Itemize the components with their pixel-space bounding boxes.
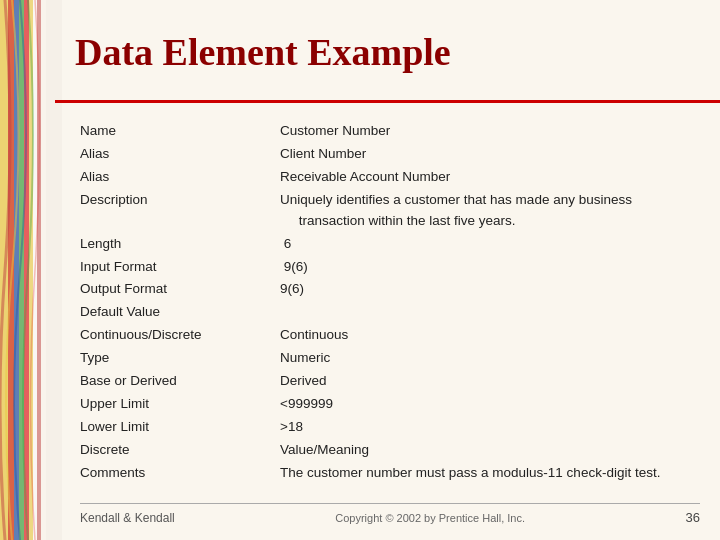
field-label: Alias	[80, 166, 280, 189]
field-value: >18	[280, 416, 700, 439]
field-label: Length	[80, 233, 280, 256]
field-value: 9(6)	[280, 256, 700, 279]
footer-copyright: Copyright © 2002 by Prentice Hall, Inc.	[335, 512, 525, 524]
field-value: Client Number	[280, 143, 700, 166]
field-label: Description	[80, 189, 280, 233]
field-label: Base or Derived	[80, 370, 280, 393]
table-row: Base or Derived Derived	[80, 370, 700, 393]
field-value	[280, 301, 700, 324]
field-label: Default Value	[80, 301, 280, 324]
table-row: Continuous/Discrete Continuous	[80, 324, 700, 347]
table-row: Output Format 9(6)	[80, 278, 700, 301]
field-value: Customer Number	[280, 120, 700, 143]
left-decoration	[0, 0, 62, 540]
field-value: Uniquely identifies a customer that has …	[280, 189, 700, 233]
field-value: Continuous	[280, 324, 700, 347]
field-label: Alias	[80, 143, 280, 166]
field-value: Numeric	[280, 347, 700, 370]
data-element-table: Name Customer Number Alias Client Number…	[80, 120, 700, 485]
top-divider	[55, 100, 720, 103]
slide-title: Data Element Example	[75, 30, 451, 74]
footer-brand: Kendall & Kendall	[80, 511, 175, 525]
field-label: Lower Limit	[80, 416, 280, 439]
slide: Data Element Example Name Customer Numbe…	[0, 0, 720, 540]
table-row: Discrete Value/Meaning	[80, 439, 700, 462]
field-value: Derived	[280, 370, 700, 393]
table-row: Length 6	[80, 233, 700, 256]
field-label: Input Format	[80, 256, 280, 279]
table-row: Description Uniquely identifies a custom…	[80, 189, 700, 233]
table-row: Alias Client Number	[80, 143, 700, 166]
table-row: Name Customer Number	[80, 120, 700, 143]
table-row: Default Value	[80, 301, 700, 324]
table-row: Lower Limit >18	[80, 416, 700, 439]
field-label: Discrete	[80, 439, 280, 462]
svg-rect-9	[41, 0, 46, 540]
table-row: Upper Limit <999999	[80, 393, 700, 416]
field-label: Type	[80, 347, 280, 370]
content-area: Name Customer Number Alias Client Number…	[80, 120, 700, 485]
table-row: Comments The customer number must pass a…	[80, 462, 700, 485]
field-label: Output Format	[80, 278, 280, 301]
table-row: Type Numeric	[80, 347, 700, 370]
footer: Kendall & Kendall Copyright © 2002 by Pr…	[80, 503, 700, 525]
field-label: Name	[80, 120, 280, 143]
field-value: The customer number must pass a modulus-…	[280, 462, 700, 485]
field-value: 6	[280, 233, 700, 256]
field-value: Receivable Account Number	[280, 166, 700, 189]
field-label: Comments	[80, 462, 280, 485]
field-label: Upper Limit	[80, 393, 280, 416]
field-value: Value/Meaning	[280, 439, 700, 462]
table-row: Alias Receivable Account Number	[80, 166, 700, 189]
footer-page-number: 36	[686, 510, 700, 525]
field-value: 9(6)	[280, 278, 700, 301]
field-value: <999999	[280, 393, 700, 416]
table-row: Input Format 9(6)	[80, 256, 700, 279]
field-label: Continuous/Discrete	[80, 324, 280, 347]
